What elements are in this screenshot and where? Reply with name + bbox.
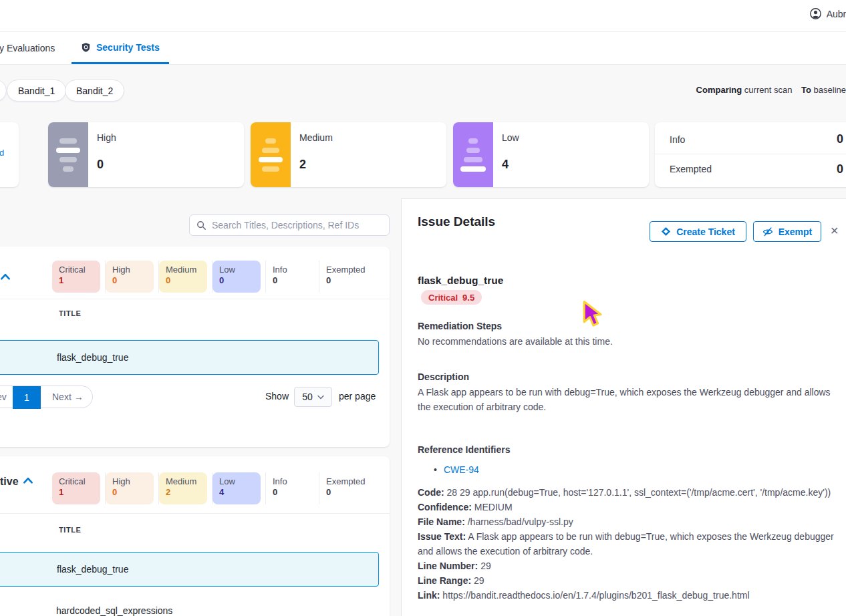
badge-critical: Critical 1 (52, 261, 106, 293)
field-label: Link: (418, 590, 440, 601)
search-input[interactable] (212, 220, 382, 230)
tab-security-tests[interactable]: Security Tests (72, 32, 169, 64)
issue-fields: Code: 28 29 app.run(debug=True, host='12… (418, 485, 845, 603)
field-label: Line Number: (418, 561, 478, 571)
severity-label: Critical (428, 293, 458, 303)
tab-security-tests-label: Security Tests (96, 42, 160, 53)
severity-gauge-icon-medium (251, 122, 291, 187)
badge-count: 0 (326, 275, 362, 285)
badge-exempted: Exempted 0 (319, 261, 373, 293)
severity-gauge-icon-low (453, 122, 493, 187)
page-1-button[interactable]: 1 (13, 386, 41, 409)
cwe-link[interactable]: CWE-94 (444, 464, 479, 475)
badge-label: Exempted (326, 476, 362, 486)
badge-count: 1 (59, 275, 94, 285)
search-icon (196, 220, 206, 230)
field-file-name: File Name: /harness/bad/vulpy-ssl.py (418, 514, 845, 529)
comparing-current: current scan (744, 85, 793, 95)
create-ticket-button[interactable]: Create Ticket (650, 221, 746, 242)
user-avatar-icon (810, 8, 821, 19)
badge-low: Low 0 (213, 261, 266, 293)
badge-count: 0 (326, 487, 362, 497)
badge-label: High (112, 476, 147, 486)
badge-count: 0 (112, 275, 147, 285)
field-line-number: Line Number: 29 (418, 559, 845, 573)
prev-label: Prev (0, 392, 7, 402)
page-size-select[interactable]: 50 (294, 387, 332, 407)
chevron-up-icon[interactable] (0, 273, 11, 281)
field-value: /harness/bad/vulpy-ssl.py (468, 516, 573, 527)
field-label: Confidence: (418, 502, 472, 512)
close-icon[interactable]: ✕ (830, 224, 839, 237)
badge-count: 0 (273, 487, 307, 497)
prev-page-button[interactable]: ← Prev (0, 392, 7, 402)
issue-section-card-2: tive Critical 1 High 0 Medium 2 Low 4 In… (0, 456, 390, 616)
user-menu[interactable]: Aubre (810, 8, 846, 19)
badge-label: Critical (59, 265, 94, 275)
title-column-header: TITLE (59, 309, 82, 317)
badge-high: High 0 (106, 261, 159, 293)
issue-row-flask-debug-true[interactable]: flask_debug_true (0, 340, 379, 375)
summary-card-critical-cut: d (0, 122, 19, 187)
badge-label: Low (219, 265, 254, 275)
summary-card-info-exempted: Info 0 Exempted 0 (655, 122, 846, 187)
ticket-diamond-icon (661, 226, 671, 237)
field-confidence: Confidence: MEDIUM (418, 500, 845, 514)
field-label: Code: (418, 487, 444, 498)
badge-high: High 0 (106, 472, 159, 504)
next-page-button[interactable]: Next → (52, 392, 84, 402)
badge-label: High (112, 265, 147, 275)
badge-critical: Critical 1 (52, 472, 106, 504)
section-title-fragment: tive (0, 476, 19, 488)
badge-count: 0 (219, 275, 254, 285)
field-code: Code: 28 29 app.run(debug=True, host='12… (418, 485, 845, 500)
badge-count: 0 (273, 275, 307, 285)
field-value: 29 (474, 575, 484, 586)
issue-row-flask-debug-true[interactable]: flask_debug_true (0, 552, 379, 587)
badge-count: 2 (166, 487, 200, 497)
chevron-up-icon[interactable] (23, 476, 33, 484)
summary-card-value: 2 (299, 158, 306, 172)
field-value: 29 (480, 561, 491, 571)
security-tests-page: Aubre cy Evaluations Security Tests Band… (0, 0, 846, 616)
info-value: 0 (837, 132, 843, 146)
badge-label: Info (273, 476, 307, 486)
summary-card-value: 4 (502, 158, 509, 172)
remediation-text: No recommendations are available at this… (418, 334, 845, 349)
field-value: A Flask app appears to be run with debug… (418, 531, 834, 557)
badge-info: Info 0 (266, 472, 319, 504)
badge-count: 1 (59, 487, 94, 497)
scan-chip-bandit-1[interactable]: Bandit_1 (7, 80, 66, 102)
field-value: 28 29 app.run(debug=True, host='127.0.1.… (447, 487, 831, 498)
scan-chip-cut[interactable] (0, 80, 7, 102)
summary-card-label: High (97, 132, 116, 143)
user-name: Aubre (827, 9, 846, 19)
exempted-label: Exempted (670, 164, 712, 174)
badge-label: Exempted (326, 265, 362, 275)
field-value: MEDIUM (474, 502, 513, 512)
badge-medium: Medium 0 (159, 261, 213, 293)
scan-chip-bandit-2[interactable]: Bandit_2 (65, 80, 124, 102)
description-text: A Flask app appears to be run with debug… (418, 385, 845, 414)
field-label: Issue Text: (418, 531, 466, 542)
badge-exempted: Exempted 0 (319, 472, 373, 504)
compare-selector[interactable]: Comparing current scan To baseline (696, 85, 846, 95)
next-arrow-icon: → (74, 392, 84, 402)
field-label: Line Range: (418, 575, 471, 586)
create-ticket-label: Create Ticket (676, 226, 735, 237)
issue-row-title: hardcoded_sql_expressions (56, 605, 172, 616)
issue-title: flask_debug_true (418, 275, 503, 287)
tab-policy-evaluations[interactable]: cy Evaluations (0, 43, 55, 53)
badge-label: Medium (166, 476, 200, 486)
comparing-baseline: baseline (814, 85, 846, 95)
field-label: File Name: (418, 516, 465, 527)
exempt-button[interactable]: Exempt (753, 221, 821, 242)
issue-row-hardcoded-sql-expressions[interactable]: hardcoded_sql_expressions (0, 593, 379, 616)
cut-link-fragment[interactable]: d (0, 148, 4, 158)
badge-info: Info 0 (266, 261, 319, 293)
summary-card-label: Medium (299, 132, 333, 143)
badge-count: 4 (219, 487, 254, 497)
issue-row-title: flask_debug_true (57, 564, 128, 575)
severity-badge-group: Critical 1 High 0 Medium 0 Low 0 Info 0 … (52, 261, 373, 293)
exempted-value: 0 (837, 162, 843, 176)
